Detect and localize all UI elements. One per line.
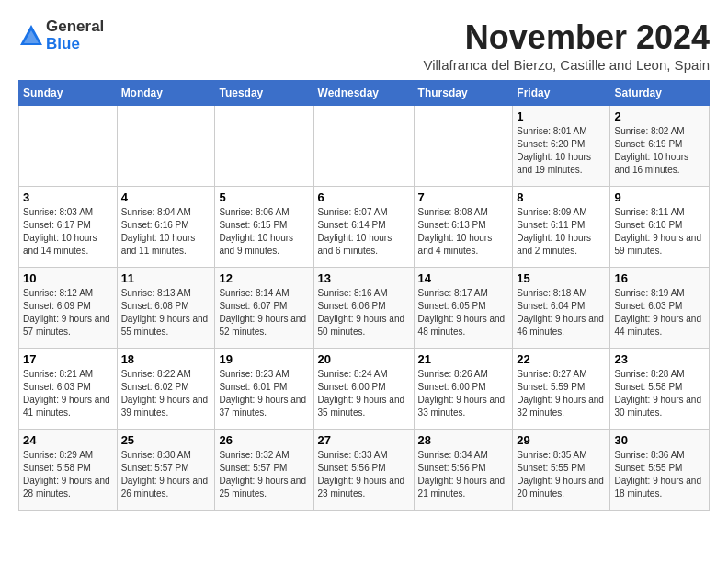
day-info: Sunrise: 8:18 AM Sunset: 6:04 PM Dayligh… [517, 287, 606, 339]
day-number: 6 [318, 190, 410, 204]
title-section: November 2024 Villafranca del Bierzo, Ca… [423, 18, 710, 73]
calendar-cell: 18Sunrise: 8:22 AM Sunset: 6:02 PM Dayli… [117, 349, 215, 430]
day-number: 22 [517, 352, 606, 366]
calendar-week-row: 24Sunrise: 8:29 AM Sunset: 5:58 PM Dayli… [19, 430, 710, 511]
day-number: 25 [121, 433, 211, 447]
day-info: Sunrise: 8:32 AM Sunset: 5:57 PM Dayligh… [219, 449, 309, 500]
page-header: General Blue November 2024 Villafranca d… [18, 18, 710, 73]
day-info: Sunrise: 8:13 AM Sunset: 6:08 PM Dayligh… [121, 287, 211, 339]
calendar-cell: 26Sunrise: 8:32 AM Sunset: 5:57 PM Dayli… [215, 430, 313, 511]
weekday-header-wednesday: Wednesday [313, 81, 414, 106]
calendar-cell: 5Sunrise: 8:06 AM Sunset: 6:15 PM Daylig… [215, 187, 313, 268]
day-info: Sunrise: 8:17 AM Sunset: 6:05 PM Dayligh… [418, 287, 509, 339]
location-subtitle: Villafranca del Bierzo, Castille and Leo… [423, 57, 710, 73]
calendar-cell: 22Sunrise: 8:27 AM Sunset: 5:59 PM Dayli… [513, 349, 610, 430]
calendar-cell: 20Sunrise: 8:24 AM Sunset: 6:00 PM Dayli… [313, 349, 414, 430]
day-number: 23 [614, 352, 705, 366]
day-number: 2 [614, 109, 705, 123]
day-info: Sunrise: 8:21 AM Sunset: 6:03 PM Dayligh… [23, 368, 113, 419]
day-number: 4 [121, 190, 211, 204]
day-info: Sunrise: 8:09 AM Sunset: 6:11 PM Dayligh… [517, 206, 606, 258]
calendar-cell: 17Sunrise: 8:21 AM Sunset: 6:03 PM Dayli… [19, 349, 118, 430]
day-info: Sunrise: 8:04 AM Sunset: 6:16 PM Dayligh… [121, 206, 211, 258]
day-info: Sunrise: 8:26 AM Sunset: 6:00 PM Dayligh… [418, 368, 509, 419]
day-number: 5 [219, 190, 309, 204]
day-number: 27 [318, 433, 410, 447]
day-info: Sunrise: 8:12 AM Sunset: 6:09 PM Dayligh… [23, 287, 113, 339]
day-number: 19 [219, 352, 309, 366]
calendar-cell [215, 106, 313, 187]
day-info: Sunrise: 8:01 AM Sunset: 6:20 PM Dayligh… [517, 125, 606, 177]
day-number: 16 [614, 271, 705, 285]
calendar-cell: 21Sunrise: 8:26 AM Sunset: 6:00 PM Dayli… [414, 349, 513, 430]
weekday-header-tuesday: Tuesday [215, 81, 313, 106]
calendar-week-row: 3Sunrise: 8:03 AM Sunset: 6:17 PM Daylig… [19, 187, 710, 268]
day-info: Sunrise: 8:02 AM Sunset: 6:19 PM Dayligh… [614, 125, 705, 177]
weekday-header-sunday: Sunday [19, 81, 118, 106]
day-number: 10 [23, 271, 113, 285]
calendar-cell: 15Sunrise: 8:18 AM Sunset: 6:04 PM Dayli… [513, 268, 610, 349]
calendar-week-row: 1Sunrise: 8:01 AM Sunset: 6:20 PM Daylig… [19, 106, 710, 187]
day-number: 9 [614, 190, 705, 204]
calendar-week-row: 10Sunrise: 8:12 AM Sunset: 6:09 PM Dayli… [19, 268, 710, 349]
day-info: Sunrise: 8:14 AM Sunset: 6:07 PM Dayligh… [219, 287, 309, 339]
logo-icon [18, 23, 44, 49]
calendar-cell: 3Sunrise: 8:03 AM Sunset: 6:17 PM Daylig… [19, 187, 118, 268]
day-info: Sunrise: 8:28 AM Sunset: 5:58 PM Dayligh… [614, 368, 705, 419]
day-number: 17 [23, 352, 113, 366]
calendar-cell: 2Sunrise: 8:02 AM Sunset: 6:19 PM Daylig… [610, 106, 710, 187]
calendar-cell [117, 106, 215, 187]
calendar-header-row: SundayMondayTuesdayWednesdayThursdayFrid… [19, 81, 710, 106]
calendar-body: 1Sunrise: 8:01 AM Sunset: 6:20 PM Daylig… [19, 106, 710, 511]
calendar-table: SundayMondayTuesdayWednesdayThursdayFrid… [18, 80, 710, 511]
day-number: 18 [121, 352, 211, 366]
calendar-cell: 6Sunrise: 8:07 AM Sunset: 6:14 PM Daylig… [313, 187, 414, 268]
calendar-cell: 24Sunrise: 8:29 AM Sunset: 5:58 PM Dayli… [19, 430, 118, 511]
logo-blue: Blue [46, 36, 104, 53]
day-info: Sunrise: 8:16 AM Sunset: 6:06 PM Dayligh… [318, 287, 410, 339]
calendar-cell: 13Sunrise: 8:16 AM Sunset: 6:06 PM Dayli… [313, 268, 414, 349]
calendar-cell: 30Sunrise: 8:36 AM Sunset: 5:55 PM Dayli… [610, 430, 710, 511]
logo-general: General [46, 18, 104, 36]
day-number: 21 [418, 352, 509, 366]
day-info: Sunrise: 8:19 AM Sunset: 6:03 PM Dayligh… [614, 287, 705, 339]
calendar-cell: 9Sunrise: 8:11 AM Sunset: 6:10 PM Daylig… [610, 187, 710, 268]
day-info: Sunrise: 8:29 AM Sunset: 5:58 PM Dayligh… [23, 449, 113, 500]
calendar-cell: 29Sunrise: 8:35 AM Sunset: 5:55 PM Dayli… [513, 430, 610, 511]
calendar-cell: 8Sunrise: 8:09 AM Sunset: 6:11 PM Daylig… [513, 187, 610, 268]
calendar-cell: 23Sunrise: 8:28 AM Sunset: 5:58 PM Dayli… [610, 349, 710, 430]
day-number: 13 [318, 271, 410, 285]
calendar-cell: 10Sunrise: 8:12 AM Sunset: 6:09 PM Dayli… [19, 268, 118, 349]
day-number: 30 [614, 433, 705, 447]
day-info: Sunrise: 8:33 AM Sunset: 5:56 PM Dayligh… [318, 449, 410, 500]
calendar-cell: 11Sunrise: 8:13 AM Sunset: 6:08 PM Dayli… [117, 268, 215, 349]
day-info: Sunrise: 8:23 AM Sunset: 6:01 PM Dayligh… [219, 368, 309, 419]
calendar-cell: 14Sunrise: 8:17 AM Sunset: 6:05 PM Dayli… [414, 268, 513, 349]
weekday-header-monday: Monday [117, 81, 215, 106]
day-number: 8 [517, 190, 606, 204]
day-info: Sunrise: 8:07 AM Sunset: 6:14 PM Dayligh… [318, 206, 410, 258]
day-info: Sunrise: 8:30 AM Sunset: 5:57 PM Dayligh… [121, 449, 211, 500]
day-info: Sunrise: 8:36 AM Sunset: 5:55 PM Dayligh… [614, 449, 705, 500]
calendar-cell [313, 106, 414, 187]
calendar-cell: 27Sunrise: 8:33 AM Sunset: 5:56 PM Dayli… [313, 430, 414, 511]
day-info: Sunrise: 8:34 AM Sunset: 5:56 PM Dayligh… [418, 449, 509, 500]
calendar-cell: 4Sunrise: 8:04 AM Sunset: 6:16 PM Daylig… [117, 187, 215, 268]
calendar-cell: 1Sunrise: 8:01 AM Sunset: 6:20 PM Daylig… [513, 106, 610, 187]
day-info: Sunrise: 8:22 AM Sunset: 6:02 PM Dayligh… [121, 368, 211, 419]
day-number: 28 [418, 433, 509, 447]
day-number: 7 [418, 190, 509, 204]
weekday-header-friday: Friday [513, 81, 610, 106]
day-number: 26 [219, 433, 309, 447]
day-number: 3 [23, 190, 113, 204]
calendar-cell: 16Sunrise: 8:19 AM Sunset: 6:03 PM Dayli… [610, 268, 710, 349]
day-number: 15 [517, 271, 606, 285]
day-number: 24 [23, 433, 113, 447]
day-info: Sunrise: 8:11 AM Sunset: 6:10 PM Dayligh… [614, 206, 705, 258]
day-number: 11 [121, 271, 211, 285]
calendar-cell [414, 106, 513, 187]
day-number: 12 [219, 271, 309, 285]
day-number: 20 [318, 352, 410, 366]
day-number: 1 [517, 109, 606, 123]
day-info: Sunrise: 8:03 AM Sunset: 6:17 PM Dayligh… [23, 206, 113, 258]
